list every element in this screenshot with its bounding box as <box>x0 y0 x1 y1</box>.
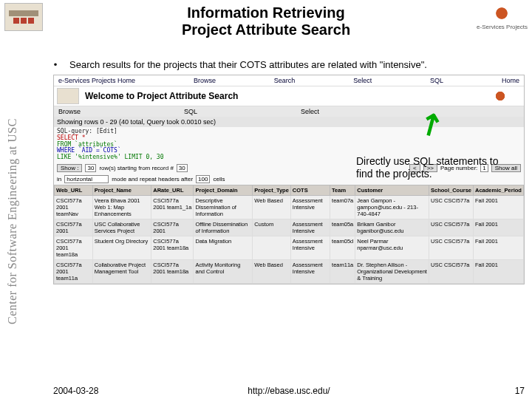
nav-sql[interactable]: SQL <box>430 77 443 84</box>
col-header: ARate_URL <box>151 185 194 195</box>
nav-search[interactable]: Search <box>274 77 296 84</box>
eservices-small-icon <box>491 89 521 103</box>
table-row: CSCI577a 2001 team18aStudent Org Directo… <box>55 236 524 259</box>
col-header: Web_URL <box>55 185 93 195</box>
bullet-text: •Search results for the projects that th… <box>53 59 525 70</box>
table-row: CSCI577a 2001 teamNavVeera Bhava 2001 We… <box>55 195 524 219</box>
callout-note: Directly use SQL statements to find the … <box>356 155 511 180</box>
subnav-browse[interactable]: Browse <box>58 108 81 115</box>
table-row: CSCI577a 2001 team11aCollaborative Proje… <box>55 259 524 283</box>
start-record-input[interactable]: 30 <box>177 164 188 172</box>
welcome-title: Welcome to Project Attribute Search <box>85 91 485 101</box>
col-header: Project_Type <box>253 185 291 195</box>
footer-url: http://ebase.usc.edu/ <box>248 386 330 396</box>
show-count-input[interactable]: 30 <box>85 164 96 172</box>
subnav-select[interactable]: Select <box>301 108 319 115</box>
nav-home2[interactable]: Home <box>502 77 519 84</box>
col-header: Team <box>330 185 355 195</box>
welcome-logo-icon <box>57 88 79 104</box>
slide-title-line1: Information Retrieving <box>0 4 532 21</box>
eservices-logo: e-Services Projects <box>477 4 528 30</box>
repeat-cells-input[interactable]: 100 <box>196 175 210 183</box>
slide-title-line2: Project Attribute Search <box>0 21 532 38</box>
rows-info: Showing rows 0 - 29 (40 total, Query too… <box>54 117 524 127</box>
results-table: Web_URLProject_NameARate_URLProject_Doma… <box>54 185 524 284</box>
subnav-sql[interactable]: SQL <box>184 108 197 115</box>
col-header: COTS <box>290 185 330 195</box>
mode-select[interactable]: horizontal <box>64 175 109 183</box>
col-header: School_Course <box>429 185 473 195</box>
col-header: Customer <box>355 185 429 195</box>
footer-page: 17 <box>515 386 525 396</box>
table-row: CSCI577a 2001USC Collaborative Services … <box>55 219 524 236</box>
footer-date: 2004-03-28 <box>53 386 98 396</box>
col-header: Project_Name <box>92 185 151 195</box>
vertical-org-label: Center for Software Engineering at USC <box>3 59 22 384</box>
app-topnav: e-Services Projects Home Browse Search S… <box>54 75 524 86</box>
app-subnav: Browse SQL Select <box>54 106 524 117</box>
nav-home[interactable]: e-Services Projects Home <box>58 77 135 84</box>
usc-csc-logo <box>4 3 43 31</box>
show-button[interactable]: Show : <box>57 164 82 172</box>
col-header: Project_Domain <box>194 185 253 195</box>
nav-select[interactable]: Select <box>353 77 372 84</box>
nav-browse[interactable]: Browse <box>194 77 216 84</box>
col-header: Academic_Period <box>473 185 523 195</box>
